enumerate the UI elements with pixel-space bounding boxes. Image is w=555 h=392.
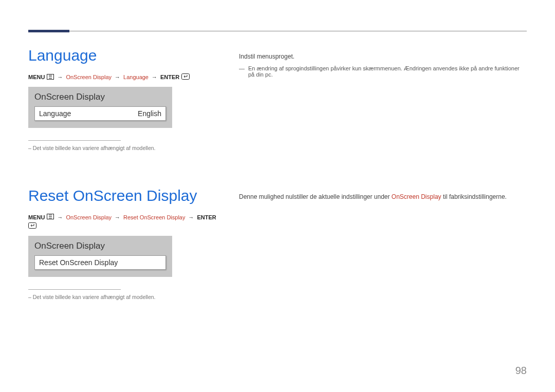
breadcrumb-path-2: Reset OnScreen Display [123,214,185,220]
page-top-rule-accent [28,30,69,32]
breadcrumb-language: MENU → OnScreen Display → Language → ENT… [28,73,218,81]
ui-row-language[interactable]: Language English [34,106,166,121]
model-note: Det viste billede kan variere afhængigt … [28,145,218,151]
menu-icon [47,74,54,81]
breadcrumb-reset-osd: MENU → OnScreen Display → Reset OnScreen… [28,214,218,230]
arrow-icon: → [152,74,157,80]
desc-post: til fabriksindstillingerne. [441,193,507,200]
enter-icon [181,73,190,81]
section-dash-note: En ændring af sprogindstillingen påvirke… [239,65,527,78]
arrow-icon: → [115,74,120,80]
section-desc: Indstil menusproget. [239,53,527,60]
ui-row-label: Reset OnScreen Display [39,258,118,267]
ui-panel-title: OnScreen Display [34,241,166,251]
breadcrumb-enter-label: ENTER [160,74,179,80]
arrow-icon: → [57,74,63,80]
breadcrumb-path-2: Language [123,74,149,80]
section-desc: Denne mulighed nulstiller de aktuelle in… [239,193,527,200]
menu-icon [47,214,54,220]
section-language: Language MENU → OnScreen Display → Langu… [28,47,527,151]
desc-pre: Denne mulighed nulstiller de aktuelle in… [239,193,392,200]
ui-row-label: Language [39,109,71,118]
ui-row-value: English [138,109,161,118]
breadcrumb-enter-label: ENTER [197,214,216,220]
model-note: Det viste billede kan variere afhængigt … [28,294,218,300]
arrow-icon: → [189,214,194,220]
section-title-reset-osd: Reset OnScreen Display [28,187,218,204]
breadcrumb-menu-label: MENU [28,214,45,220]
desc-highlight: OnScreen Display [392,193,441,200]
page-number: 98 [515,365,527,377]
arrow-icon: → [115,214,120,220]
breadcrumb-path-1: OnScreen Display [66,74,112,80]
breadcrumb-path-1: OnScreen Display [66,214,112,220]
arrow-icon: → [57,214,63,220]
enter-icon [28,222,36,230]
section-title-language: Language [28,47,218,64]
ui-panel-reset-osd: OnScreen Display Reset OnScreen Display [28,236,172,277]
thin-rule [28,289,121,290]
page-top-rule [28,31,527,31]
ui-panel-language: OnScreen Display Language English [28,87,172,128]
ui-panel-title: OnScreen Display [34,92,166,102]
breadcrumb-menu-label: MENU [28,74,45,80]
thin-rule [28,140,121,141]
ui-row-reset-osd[interactable]: Reset OnScreen Display [34,255,166,270]
section-reset-osd: Reset OnScreen Display MENU → OnScreen D… [28,187,527,300]
